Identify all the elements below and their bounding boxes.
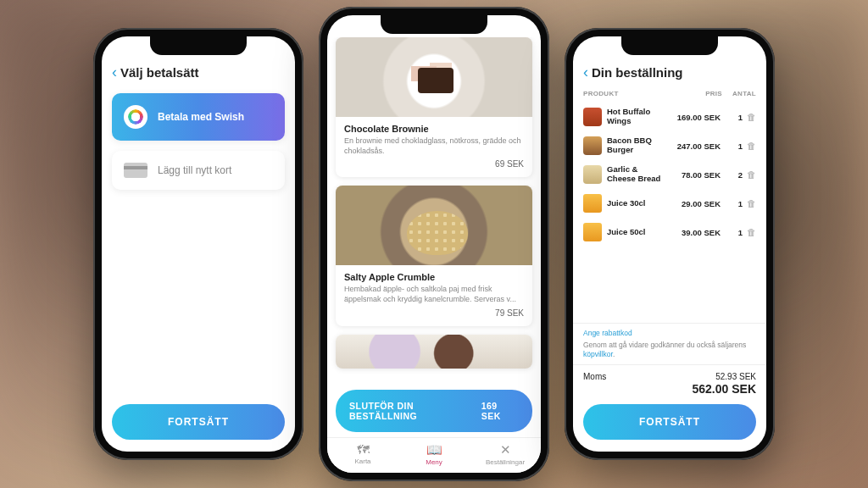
menu-item-title: Chocolate Brownie bbox=[344, 124, 524, 134]
item-qty: 1 bbox=[721, 228, 743, 237]
trash-icon[interactable]: 🗑 bbox=[744, 227, 756, 237]
item-qty: 1 bbox=[721, 141, 743, 151]
item-thumb bbox=[583, 136, 602, 155]
phone-menu: Chocolate Brownie En brownie med choklad… bbox=[319, 7, 549, 481]
page-title: Din beställning bbox=[592, 65, 683, 80]
menu-item-desc: Hembakad äpple- och saltkola paj med fri… bbox=[344, 285, 524, 304]
item-qty: 1 bbox=[721, 199, 743, 208]
notch bbox=[381, 15, 487, 34]
pay-option-add-card[interactable]: Lägg till nytt kort bbox=[112, 151, 285, 190]
header: ‹ Din beställning bbox=[573, 58, 766, 88]
terms-text: Genom att gå vidare godkänner du också s… bbox=[583, 341, 756, 359]
back-chevron-icon[interactable]: ‹ bbox=[112, 64, 117, 81]
order-columns: PRODUKT PRIS ANTAL bbox=[573, 88, 766, 103]
map-icon: 🗺 bbox=[327, 442, 398, 457]
item-price: 29.00 SEK bbox=[671, 199, 721, 208]
page-title: Välj betalsätt bbox=[120, 65, 199, 80]
phone-payment: ‹ Välj betalsätt Betala med Swish Lägg t… bbox=[93, 28, 303, 460]
notch bbox=[621, 36, 718, 55]
item-name: Bacon BBQ Burger bbox=[607, 136, 671, 155]
total-value: 562.00 SEK bbox=[693, 382, 757, 396]
order-row: Garlic & Cheese Bread78.00 SEK2🗑 bbox=[583, 160, 756, 189]
trash-icon[interactable]: 🗑 bbox=[744, 169, 756, 180]
menu-item-partial[interactable] bbox=[336, 335, 532, 369]
order-items: Hot Buffalo Wings169.00 SEK1🗑Bacon BBQ B… bbox=[573, 103, 766, 247]
menu-image bbox=[336, 37, 532, 117]
order-row: Bacon BBQ Burger247.00 SEK1🗑 bbox=[583, 131, 756, 160]
card-label: Lägg till nytt kort bbox=[158, 164, 231, 176]
menu-list: Chocolate Brownie En brownie med choklad… bbox=[327, 37, 541, 390]
pay-option-swish[interactable]: Betala med Swish bbox=[112, 93, 285, 141]
col-qty: ANTAL bbox=[722, 90, 756, 97]
order-footer: Ange rabattkod Genom att gå vidare godkä… bbox=[573, 323, 766, 359]
notch bbox=[150, 36, 247, 55]
terms-link[interactable]: köpvillkor bbox=[583, 350, 613, 358]
continue-button[interactable]: FORTSÄTT bbox=[112, 404, 285, 440]
menu-image bbox=[336, 335, 532, 369]
back-chevron-icon[interactable]: ‹ bbox=[583, 64, 588, 81]
vat-label: Moms bbox=[583, 372, 606, 381]
tab-bar: 🗺 Karta 📖 Meny ✕ Beställningar bbox=[327, 437, 541, 473]
orders-icon: ✕ bbox=[470, 442, 541, 458]
checkout-price: 169 SEK bbox=[481, 401, 519, 421]
continue-button[interactable]: FORTSÄTT bbox=[583, 404, 756, 440]
phone-order: ‹ Din beställning PRODUKT PRIS ANTAL Hot… bbox=[565, 28, 775, 460]
item-thumb bbox=[583, 223, 602, 241]
menu-item-price: 69 SEK bbox=[344, 159, 524, 169]
item-qty: 2 bbox=[721, 170, 743, 180]
menu-image bbox=[336, 186, 532, 265]
swish-icon bbox=[124, 105, 147, 129]
checkout-label: SLUTFÖR DIN BESTÄLLNING bbox=[349, 401, 481, 421]
order-row: Juice 50cl39.00 SEK1🗑 bbox=[583, 218, 756, 247]
swish-label: Betala med Swish bbox=[158, 111, 244, 123]
col-price: PRIS bbox=[673, 90, 722, 97]
tab-orders[interactable]: ✕ Beställningar bbox=[470, 442, 541, 466]
tab-map[interactable]: 🗺 Karta bbox=[327, 442, 398, 466]
order-row: Juice 30cl29.00 SEK1🗑 bbox=[583, 189, 756, 218]
order-row: Hot Buffalo Wings169.00 SEK1🗑 bbox=[583, 103, 756, 131]
trash-icon[interactable]: 🗑 bbox=[744, 198, 756, 208]
item-price: 247.00 SEK bbox=[671, 141, 721, 151]
card-icon bbox=[124, 163, 147, 178]
item-name: Garlic & Cheese Bread bbox=[607, 165, 671, 184]
trash-icon[interactable]: 🗑 bbox=[744, 141, 756, 151]
item-name: Hot Buffalo Wings bbox=[607, 108, 671, 126]
item-qty: 1 bbox=[721, 113, 743, 122]
menu-item-crumble[interactable]: Salty Apple Crumble Hembakad äpple- och … bbox=[336, 186, 532, 325]
discount-link[interactable]: Ange rabattkod bbox=[583, 329, 756, 337]
menu-item-desc: En brownie med chokladglass, nötkross, g… bbox=[344, 136, 524, 156]
item-price: 78.00 SEK bbox=[671, 170, 721, 180]
item-thumb bbox=[583, 165, 602, 184]
trash-icon[interactable]: 🗑 bbox=[744, 112, 756, 122]
menu-icon: 📖 bbox=[398, 442, 470, 458]
menu-item-title: Salty Apple Crumble bbox=[344, 272, 524, 282]
item-thumb bbox=[583, 108, 602, 126]
checkout-button[interactable]: SLUTFÖR DIN BESTÄLLNING 169 SEK bbox=[336, 390, 532, 432]
item-price: 169.00 SEK bbox=[671, 113, 721, 122]
vat-value: 52.93 SEK bbox=[715, 372, 756, 381]
item-name: Juice 50cl bbox=[607, 228, 671, 237]
item-price: 39.00 SEK bbox=[671, 228, 721, 237]
menu-item-brownie[interactable]: Chocolate Brownie En brownie med choklad… bbox=[336, 37, 532, 177]
col-product: PRODUKT bbox=[583, 90, 673, 97]
item-name: Juice 30cl bbox=[607, 199, 671, 208]
tab-menu[interactable]: 📖 Meny bbox=[398, 442, 470, 466]
header: ‹ Välj betalsätt bbox=[102, 58, 295, 88]
menu-item-price: 79 SEK bbox=[344, 308, 524, 318]
item-thumb bbox=[583, 194, 602, 213]
totals: Moms 52.93 SEK 562.00 SEK bbox=[573, 364, 766, 396]
